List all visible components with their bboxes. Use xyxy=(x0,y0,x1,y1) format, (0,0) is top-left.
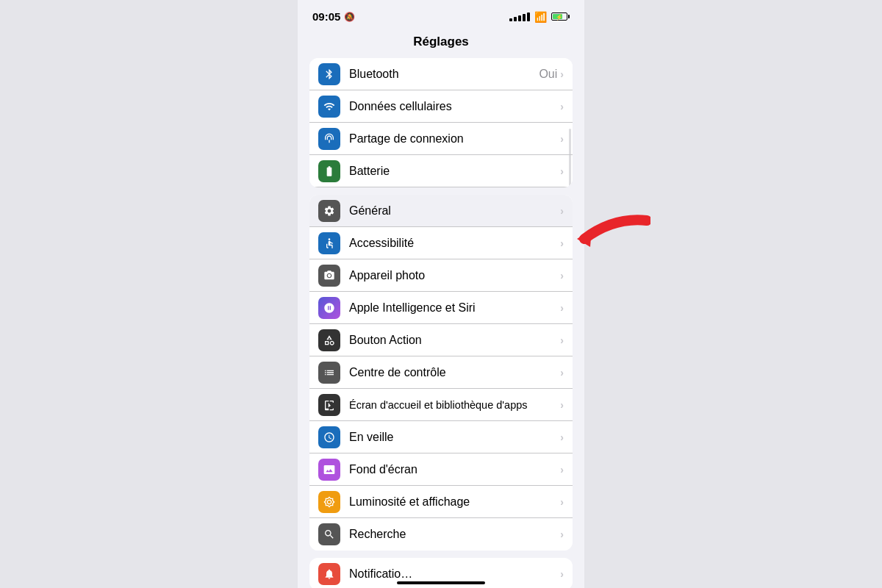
settings-row-cellular[interactable]: Données cellulaires › xyxy=(309,90,573,123)
mute-icon: 🔕 xyxy=(344,12,355,22)
battery-status-icon: ⚡ xyxy=(551,12,570,21)
control-label: Centre de contrôle xyxy=(349,366,560,379)
signal-icon xyxy=(509,12,530,21)
control-center-icon xyxy=(318,362,340,384)
cellular-icon xyxy=(318,96,340,118)
wifi-icon: 📶 xyxy=(534,11,547,23)
bluetooth-value: Oui xyxy=(539,68,557,81)
notifications-icon xyxy=(318,563,340,585)
hotspot-label: Partage de connexion xyxy=(349,132,560,146)
settings-row-search[interactable]: Recherche › xyxy=(309,518,573,551)
general-icon xyxy=(318,200,340,222)
settings-row-standby[interactable]: En veille › xyxy=(309,421,573,453)
general-chevron: › xyxy=(560,205,564,217)
settings-row-battery[interactable]: Batterie › xyxy=(309,155,573,187)
siri-chevron: › xyxy=(560,302,564,314)
wallpaper-icon xyxy=(318,459,340,481)
control-chevron: › xyxy=(560,367,564,379)
settings-row-siri[interactable]: Apple Intelligence et Siri › xyxy=(309,292,573,324)
status-time: 09:05 🔕 xyxy=(312,10,355,23)
display-chevron: › xyxy=(560,496,564,508)
settings-row-bluetooth[interactable]: Bluetooth Oui › xyxy=(309,58,573,90)
accessibility-label: Accessibilité xyxy=(349,237,560,250)
settings-row-accessibility[interactable]: Accessibilité › xyxy=(309,227,573,259)
settings-row-hotspot[interactable]: Partage de connexion › xyxy=(309,123,573,155)
connectivity-section: Bluetooth Oui › Données cellulaires › xyxy=(309,58,573,187)
bluetooth-label: Bluetooth xyxy=(349,68,539,81)
standby-icon xyxy=(318,426,340,448)
settings-row-control[interactable]: Centre de contrôle › xyxy=(309,356,573,389)
action-button-icon xyxy=(318,329,340,351)
svg-marker-1 xyxy=(577,229,592,247)
settings-row-notifications[interactable]: Notificatio… › xyxy=(309,558,573,588)
settings-row-general[interactable]: Général › xyxy=(309,195,573,227)
red-arrow-svg xyxy=(570,213,650,265)
action-chevron: › xyxy=(560,334,564,346)
settings-row-action[interactable]: Bouton Action › xyxy=(309,324,573,356)
battery-chevron: › xyxy=(560,165,564,177)
display-label: Luminosité et affichage xyxy=(349,495,560,509)
camera-icon xyxy=(318,265,340,287)
cellular-chevron: › xyxy=(560,101,564,112)
standby-chevron: › xyxy=(560,431,564,443)
notifications-chevron: › xyxy=(560,568,564,580)
bluetooth-icon xyxy=(318,63,340,85)
accessibility-icon xyxy=(318,232,340,254)
action-label: Bouton Action xyxy=(349,334,560,347)
scroll-indicator xyxy=(569,129,571,187)
time-display: 09:05 xyxy=(312,10,340,23)
system-section: Général › Accessibilité › xyxy=(309,195,573,551)
battery-label: Batterie xyxy=(349,165,560,178)
battery-icon xyxy=(318,160,340,182)
hotspot-chevron: › xyxy=(560,133,564,145)
settings-row-display[interactable]: Luminosité et affichage › xyxy=(309,486,573,518)
search-icon xyxy=(318,523,340,545)
camera-label: Appareil photo xyxy=(349,269,560,282)
svg-point-0 xyxy=(329,238,331,240)
accessibility-chevron: › xyxy=(560,237,564,249)
notifications-label: Notificatio… xyxy=(349,567,560,581)
homescreen-icon xyxy=(318,394,340,416)
siri-label: Apple Intelligence et Siri xyxy=(349,301,560,315)
annotation-arrow xyxy=(570,213,650,268)
standby-label: En veille xyxy=(349,431,560,444)
bluetooth-chevron: › xyxy=(560,68,564,80)
search-label: Recherche xyxy=(349,528,560,541)
settings-row-homescreen[interactable]: Écran d'accueil et bibliothèque d'apps › xyxy=(309,389,573,421)
settings-row-wallpaper[interactable]: Fond d'écran › xyxy=(309,453,573,486)
notifications-section: Notificatio… › xyxy=(309,558,573,588)
status-icons: 📶 ⚡ xyxy=(509,11,570,23)
cellular-label: Données cellulaires xyxy=(349,100,560,113)
search-chevron: › xyxy=(560,528,564,540)
hotspot-icon xyxy=(318,128,340,150)
wallpaper-chevron: › xyxy=(560,464,564,476)
homescreen-chevron: › xyxy=(560,399,564,411)
home-indicator xyxy=(397,581,485,584)
homescreen-label: Écran d'accueil et bibliothèque d'apps xyxy=(349,399,560,411)
camera-chevron: › xyxy=(560,270,564,282)
settings-row-camera[interactable]: Appareil photo › xyxy=(309,259,573,292)
general-label: Général xyxy=(349,204,560,218)
siri-icon xyxy=(318,297,340,319)
display-icon xyxy=(318,491,340,513)
wallpaper-label: Fond d'écran xyxy=(349,463,560,476)
page-title: Réglages xyxy=(298,29,584,58)
status-bar: 09:05 🔕 📶 ⚡ xyxy=(298,0,584,29)
